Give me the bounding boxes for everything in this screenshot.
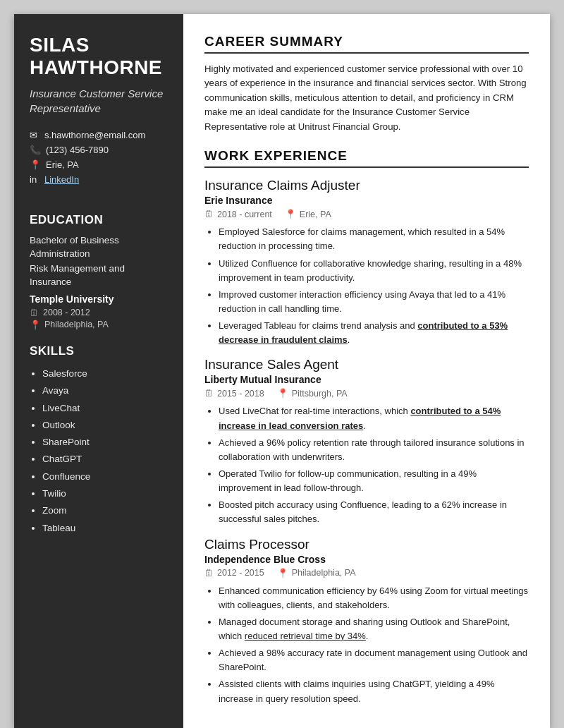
- bullet: Boosted pitch accuracy using Confluence,…: [219, 498, 529, 526]
- main-content: CAREER SUMMARY Highly motivated and expe…: [183, 14, 550, 728]
- candidate-title: Insurance Customer Service Representativ…: [30, 86, 168, 116]
- education-field: Risk Management and Insurance: [30, 262, 168, 289]
- job-2-company: Liberty Mutual Insurance: [204, 374, 529, 385]
- highlighted-text: contributed to a 54% increase in lead co…: [219, 406, 501, 430]
- bullet: Managed document storage and sharing usi…: [219, 615, 529, 643]
- calendar-icon-3: 🗓: [204, 568, 214, 578]
- skill-item: Zoom: [42, 502, 168, 519]
- bullet: Employed Salesforce for claims managemen…: [219, 225, 529, 253]
- edu-location-value: Philadelphia, PA: [44, 320, 109, 329]
- linkedin-icon: in: [30, 174, 39, 185]
- job-2: Insurance Sales Agent Liberty Mutual Ins…: [204, 357, 529, 526]
- location-icon: 📍: [30, 159, 41, 170]
- bullet: Enhanced communication efficiency by 64%…: [219, 584, 529, 612]
- contact-phone: 📞 (123) 456-7890: [30, 145, 168, 155]
- skill-item: ChatGPT: [42, 451, 168, 468]
- linkedin-link[interactable]: LinkedIn: [44, 174, 79, 185]
- phone-icon: 📞: [30, 145, 41, 155]
- calendar-icon-1: 🗓: [204, 209, 214, 219]
- bullet: Assisted clients with claims inquiries u…: [219, 677, 529, 705]
- skill-item: Twilio: [42, 485, 168, 502]
- email-value: s.hawthorne@email.com: [44, 130, 145, 140]
- skill-item: SharePoint: [42, 434, 168, 451]
- education-years: 🗓 2008 - 2012: [30, 308, 168, 318]
- job-1-years-value: 2018 - current: [217, 210, 272, 219]
- job-2-bullets: Used LiveChat for real-time interactions…: [204, 404, 529, 526]
- job-3-years: 🗓 2012 - 2015: [204, 568, 264, 578]
- name-line1: SILAS: [30, 34, 90, 56]
- job-3: Claims Processor Independence Blue Cross…: [204, 537, 529, 706]
- job-1-title: Insurance Claims Adjuster: [204, 178, 529, 193]
- location-icon-1: 📍: [285, 209, 296, 219]
- career-summary-title: CAREER SUMMARY: [204, 34, 529, 54]
- calendar-icon-2: 🗓: [204, 388, 214, 399]
- degree-value: Bachelor of Business Administration: [30, 235, 119, 259]
- highlighted-text: contributed to a 53% decrease in fraudul…: [219, 320, 508, 345]
- job-3-location: 📍 Philadelphia, PA: [277, 568, 356, 578]
- resume: SILAS HAWTHORNE Insurance Customer Servi…: [14, 14, 550, 728]
- job-3-title: Claims Processor: [204, 537, 529, 552]
- job-3-years-value: 2012 - 2015: [217, 568, 264, 578]
- contact-linkedin[interactable]: in LinkedIn: [30, 174, 168, 185]
- skill-item: Tableau: [42, 520, 168, 537]
- contact-section: ✉ s.hawthorne@email.com 📞 (123) 456-7890…: [30, 130, 168, 189]
- job-1-location-value: Erie, PA: [300, 210, 331, 219]
- field-value: Risk Management and Insurance: [30, 263, 125, 287]
- work-experience-title: WORK EXPERIENCE: [204, 148, 529, 168]
- sidebar: SILAS HAWTHORNE Insurance Customer Servi…: [14, 14, 183, 728]
- name-line2: HAWTHORNE: [30, 56, 162, 78]
- skill-item: Outlook: [42, 417, 168, 434]
- skills-list: Salesforce Avaya LiveChat Outlook ShareP…: [30, 365, 168, 537]
- calendar-icon: 🗓: [30, 308, 39, 318]
- bullet: Used LiveChat for real-time interactions…: [219, 404, 529, 432]
- phone-value: (123) 456-7890: [46, 145, 109, 155]
- skills-section-title: SKILLS: [30, 344, 168, 358]
- years-value: 2008 - 2012: [43, 308, 90, 317]
- job-3-location-value: Philadelphia, PA: [292, 568, 356, 578]
- job-2-title: Insurance Sales Agent: [204, 357, 529, 372]
- education-degree: Bachelor of Business Administration: [30, 234, 168, 261]
- bullet: Improved customer interaction efficiency…: [219, 288, 529, 316]
- job-3-company: Independence Blue Cross: [204, 554, 529, 565]
- job-2-meta: 🗓 2015 - 2018 📍 Pittsburgh, PA: [204, 388, 529, 399]
- highlighted-text: reduced retrieval time by 34%: [245, 631, 366, 641]
- education-school: Temple University: [30, 293, 168, 305]
- job-1: Insurance Claims Adjuster Erie Insurance…: [204, 178, 529, 347]
- location-value: Erie, PA: [46, 159, 79, 170]
- bullet: Achieved a 96% policy retention rate thr…: [219, 436, 529, 464]
- career-summary-text: Highly motivated and experienced custome…: [204, 62, 529, 134]
- bullet: Utilized Confluence for collaborative kn…: [219, 257, 529, 285]
- job-1-bullets: Employed Salesforce for claims managemen…: [204, 225, 529, 347]
- job-1-years: 🗓 2018 - current: [204, 209, 272, 219]
- location-icon-3: 📍: [277, 568, 288, 578]
- location-icon-2: 📍: [277, 388, 288, 399]
- skill-item: LiveChat: [42, 400, 168, 417]
- job-2-location-value: Pittsburgh, PA: [292, 389, 348, 399]
- job-3-meta: 🗓 2012 - 2015 📍 Philadelphia, PA: [204, 568, 529, 578]
- skill-item: Avaya: [42, 382, 168, 399]
- skill-item: Salesforce: [42, 365, 168, 382]
- bullet: Leveraged Tableau for claims trend analy…: [219, 319, 529, 347]
- job-1-meta: 🗓 2018 - current 📍 Erie, PA: [204, 209, 529, 219]
- candidate-name: SILAS HAWTHORNE: [30, 34, 168, 79]
- email-icon: ✉: [30, 130, 39, 140]
- job-1-location: 📍 Erie, PA: [285, 209, 331, 219]
- job-2-years: 🗓 2015 - 2018: [204, 388, 264, 399]
- job-3-bullets: Enhanced communication efficiency by 64%…: [204, 584, 529, 706]
- job-1-company: Erie Insurance: [204, 195, 529, 206]
- contact-location: 📍 Erie, PA: [30, 159, 168, 170]
- bullet: Achieved a 98% accuracy rate in document…: [219, 646, 529, 674]
- education-section-title: EDUCATION: [30, 213, 168, 227]
- bullet: Operated Twilio for follow-up communicat…: [219, 467, 529, 495]
- edu-location-icon: 📍: [30, 320, 41, 330]
- education-location: 📍 Philadelphia, PA: [30, 320, 168, 330]
- contact-email: ✉ s.hawthorne@email.com: [30, 130, 168, 140]
- job-2-location: 📍 Pittsburgh, PA: [277, 388, 348, 399]
- job-2-years-value: 2015 - 2018: [217, 389, 264, 399]
- skill-item: Confluence: [42, 468, 168, 485]
